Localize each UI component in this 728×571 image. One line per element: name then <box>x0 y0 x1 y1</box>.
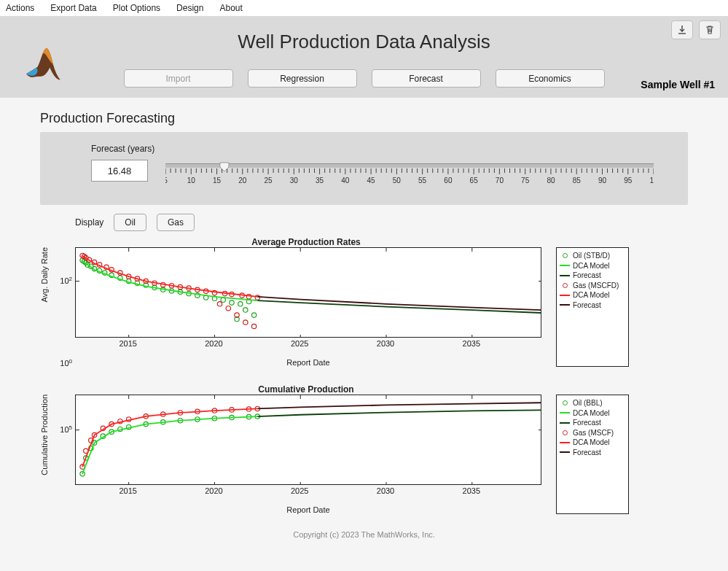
chart-rates-axes[interactable] <box>75 247 541 338</box>
svg-point-182 <box>243 320 248 325</box>
display-gas-button[interactable]: Gas <box>157 214 195 231</box>
svg-point-153 <box>243 308 248 312</box>
chart-cum-legend: Oil (BBL)DCA ModelForecastGas (MSCF)DCA … <box>556 395 629 514</box>
chart-rates-title: Average Production Rates <box>73 237 539 247</box>
svg-point-150 <box>230 300 234 305</box>
svg-point-155 <box>251 313 256 317</box>
svg-text:5: 5 <box>165 176 168 184</box>
y-tick-label: 105 <box>60 424 72 435</box>
well-name-label: Sample Well #1 <box>641 79 715 90</box>
forecast-slider[interactable]: 510152025303540455055606570758085909510 <box>165 160 672 187</box>
legend-item: Oil (STB/D) <box>560 251 625 261</box>
svg-text:90: 90 <box>598 176 607 184</box>
forecast-slider-panel: Forecast (years) 16.48 51015202530354045… <box>40 132 688 205</box>
chart-rates-xlabel: Report Date <box>75 358 541 367</box>
forecast-button[interactable]: Forecast <box>372 69 481 88</box>
chart-rates: Average Production Rates Avg. Daily Rate… <box>40 236 688 367</box>
legend-item: Forecast <box>560 271 625 281</box>
svg-text:60: 60 <box>444 176 453 184</box>
menu-about[interactable]: About <box>219 3 242 13</box>
chart-cum: Cumulative Production Cumulative Product… <box>40 383 688 514</box>
matlab-logo-icon <box>22 42 66 86</box>
legend-item: Gas (MSCF) <box>560 428 625 438</box>
x-tick-label: 2015 <box>119 339 136 348</box>
legend-item: DCA Model <box>560 408 625 419</box>
legend-item: Forecast <box>560 448 625 458</box>
display-oil-button[interactable]: Oil <box>114 214 146 231</box>
y-tick-label: 102 <box>60 276 72 286</box>
legend-item: DCA Model <box>560 261 625 271</box>
svg-text:15: 15 <box>213 176 222 184</box>
menubar: Actions Export Data Plot Options Design … <box>0 0 728 16</box>
delete-button[interactable] <box>699 20 721 39</box>
svg-text:55: 55 <box>418 176 427 184</box>
x-tick-label: 2035 <box>463 339 480 348</box>
svg-text:10: 10 <box>649 176 654 184</box>
svg-text:35: 35 <box>316 176 324 184</box>
x-tick-label: 2020 <box>205 339 222 348</box>
display-label: Display <box>75 217 103 228</box>
x-tick-label: 2030 <box>377 339 394 348</box>
chart-cum-xlabel: Report Date <box>75 505 541 514</box>
menu-export-data[interactable]: Export Data <box>50 3 96 13</box>
chart-rates-legend: Oil (STB/D)DCA ModelForecastGas (MSCFD)D… <box>556 247 629 367</box>
download-button[interactable] <box>671 20 693 39</box>
y-tick-label: 100 <box>60 358 72 368</box>
header-panel: Well Production Data Analysis Import Reg… <box>0 16 728 98</box>
legend-item: DCA Model <box>560 438 625 448</box>
svg-point-178 <box>226 306 230 310</box>
legend-item: Gas (MSCFD) <box>560 281 625 291</box>
svg-text:20: 20 <box>238 176 247 184</box>
legend-item: Forecast <box>560 300 625 311</box>
import-button[interactable]: Import <box>124 69 233 88</box>
svg-text:25: 25 <box>264 176 273 184</box>
svg-point-176 <box>217 302 222 306</box>
economics-button[interactable]: Economics <box>496 69 605 88</box>
svg-rect-1 <box>165 163 654 164</box>
x-tick-label: 2025 <box>291 339 308 348</box>
svg-point-149 <box>221 298 225 302</box>
legend-item: Forecast <box>560 418 625 428</box>
chart-cum-axes[interactable] <box>75 395 541 485</box>
svg-text:85: 85 <box>573 176 582 184</box>
svg-point-152 <box>238 302 243 306</box>
forecast-slider-label: Forecast (years) <box>91 144 672 154</box>
svg-text:70: 70 <box>496 176 504 184</box>
x-tick-label: 2015 <box>119 486 136 495</box>
x-tick-label: 2025 <box>291 486 308 495</box>
svg-text:75: 75 <box>521 176 530 184</box>
trash-icon <box>704 24 716 36</box>
download-icon <box>676 24 688 36</box>
x-tick-label: 2035 <box>463 486 480 495</box>
footer-copyright: Copyright (c) 2023 The MathWorks, Inc. <box>40 530 688 539</box>
section-title: Production Forecasting <box>40 111 688 126</box>
legend-item: Oil (BBL) <box>560 398 625 408</box>
svg-text:30: 30 <box>290 176 299 184</box>
menu-design[interactable]: Design <box>176 3 203 13</box>
svg-text:10: 10 <box>187 176 196 184</box>
x-tick-label: 2020 <box>205 486 222 495</box>
svg-text:65: 65 <box>470 176 479 184</box>
menu-plot-options[interactable]: Plot Options <box>113 3 160 13</box>
app-title: Well Production Data Analysis <box>7 31 721 53</box>
legend-item: DCA Model <box>560 290 625 300</box>
svg-text:40: 40 <box>341 176 350 184</box>
menu-actions[interactable]: Actions <box>6 3 34 13</box>
svg-point-184 <box>251 324 256 328</box>
x-tick-label: 2030 <box>377 486 394 495</box>
svg-text:45: 45 <box>367 176 376 184</box>
forecast-value-field[interactable]: 16.48 <box>91 160 148 182</box>
regression-button[interactable]: Regression <box>248 69 357 88</box>
svg-text:50: 50 <box>393 176 402 184</box>
svg-text:95: 95 <box>624 176 633 184</box>
chart-cum-title: Cumulative Production <box>73 384 539 395</box>
svg-text:80: 80 <box>547 176 555 184</box>
